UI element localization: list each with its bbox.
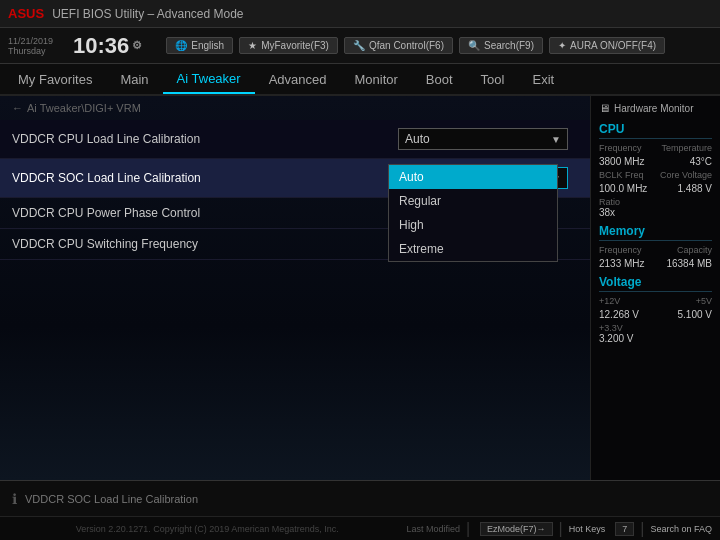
cpu-voltage-label: Core Voltage	[660, 170, 712, 180]
dropdown-arrow-icon: ▼	[551, 134, 561, 145]
cpu-voltage-value: 1.488 V	[678, 183, 712, 194]
footer-copyright: Version 2.20.1271. Copyright (C) 2019 Am…	[8, 524, 406, 534]
setting-label-vddcr-cpu-llc: VDDCR CPU Load Line Calibration	[12, 132, 398, 146]
voltage-33v-container: +3.3V 3.200 V	[599, 323, 712, 344]
voltage-12v-row: +12V +5V	[599, 296, 712, 306]
nav-bar: My Favorites Main Ai Tweaker Advanced Mo…	[0, 64, 720, 96]
dropdown-option-auto[interactable]: Auto	[389, 165, 557, 189]
left-panel: ← Ai Tweaker\DIGI+ VRM VDDCR CPU Load Li…	[0, 96, 590, 480]
hw-monitor-title: 🖥 Hardware Monitor	[599, 102, 712, 114]
main-area: ← Ai Tweaker\DIGI+ VRM VDDCR CPU Load Li…	[0, 96, 720, 480]
search-faq-text: Search on FAQ	[650, 524, 712, 534]
breadcrumb-path: Ai Tweaker\DIGI+ VRM	[27, 102, 141, 114]
search-button[interactable]: 🔍 Search(F9)	[459, 37, 543, 54]
nav-item-main[interactable]: Main	[106, 64, 162, 94]
footer-divider-2: |	[559, 520, 563, 538]
nav-item-monitor[interactable]: Monitor	[341, 64, 412, 94]
setting-control-vddcr-cpu-llc: Auto ▼	[398, 128, 578, 150]
hotkeys-key-button[interactable]: 7	[615, 522, 634, 536]
nav-item-tool[interactable]: Tool	[467, 64, 519, 94]
nav-item-exit[interactable]: Exit	[518, 64, 568, 94]
footer-right: Last Modified | EzMode(F7)→ | Hot Keys 7…	[406, 520, 712, 538]
qfan-button[interactable]: 🔧 Qfan Control(F6)	[344, 37, 453, 54]
dropdown-option-extreme[interactable]: Extreme	[389, 237, 557, 261]
info-buttons: 🌐 English ★ MyFavorite(F3) 🔧 Qfan Contro…	[166, 37, 665, 54]
setting-label-vddcr-soc-llc: VDDCR SOC Load Line Calibration	[12, 171, 398, 185]
aura-icon: ✦	[558, 40, 566, 51]
language-button[interactable]: 🌐 English	[166, 37, 233, 54]
dropdown-value: Auto	[405, 132, 430, 146]
memory-capacity-label: Capacity	[677, 245, 712, 255]
memory-frequency-value-row: 2133 MHz 16384 MB	[599, 258, 712, 269]
cpu-temperature-value: 43°C	[690, 156, 712, 167]
voltage-5v-label: +5V	[696, 296, 712, 306]
info-icon: ℹ	[12, 491, 17, 507]
breadcrumb-arrow-icon: ←	[12, 102, 23, 114]
nav-item-favorites[interactable]: My Favorites	[4, 64, 106, 94]
cpu-ratio-value: 38x	[599, 207, 712, 218]
voltage-12v-value-row: 12.268 V 5.100 V	[599, 309, 712, 320]
breadcrumb: ← Ai Tweaker\DIGI+ VRM	[0, 96, 590, 120]
footer: Version 2.20.1271. Copyright (C) 2019 Am…	[0, 516, 720, 540]
info-bar: 11/21/2019 Thursday 10:36 ⚙ 🌐 English ★ …	[0, 28, 720, 64]
hotkeys-text: Hot Keys	[569, 524, 606, 534]
myfavorite-button[interactable]: ★ MyFavorite(F3)	[239, 37, 338, 54]
nav-item-aitweaker[interactable]: Ai Tweaker	[163, 64, 255, 94]
voltage-33v-label: +3.3V	[599, 323, 712, 333]
asus-logo: ASUS	[8, 6, 44, 21]
footer-divider-3: |	[640, 520, 644, 538]
cpu-bclk-value: 100.0 MHz	[599, 183, 647, 194]
memory-section-title: Memory	[599, 224, 712, 241]
cpu-frequency-value-row: 3800 MHz 43°C	[599, 156, 712, 167]
dropdown-option-high[interactable]: High	[389, 213, 557, 237]
language-icon: 🌐	[175, 40, 187, 51]
clock-gear-icon: ⚙	[132, 39, 142, 52]
setting-row-vddcr-cpu-llc: VDDCR CPU Load Line Calibration Auto ▼	[0, 120, 590, 159]
cpu-ratio-label: Ratio	[599, 197, 712, 207]
nav-item-advanced[interactable]: Advanced	[255, 64, 341, 94]
memory-frequency-value: 2133 MHz	[599, 258, 645, 269]
dropdown-vddcr-cpu-llc[interactable]: Auto ▼	[398, 128, 568, 150]
hardware-monitor-panel: 🖥 Hardware Monitor CPU Frequency Tempera…	[590, 96, 720, 480]
cpu-section-title: CPU	[599, 122, 712, 139]
bios-title: UEFI BIOS Utility – Advanced Mode	[52, 7, 243, 21]
memory-capacity-value: 16384 MB	[666, 258, 712, 269]
datetime: 11/21/2019 Thursday	[8, 36, 53, 56]
clock: 10:36 ⚙	[73, 33, 142, 59]
cpu-temperature-label: Temperature	[661, 143, 712, 153]
fan-icon: 🔧	[353, 40, 365, 51]
voltage-12v-value: 12.268 V	[599, 309, 639, 320]
cpu-bclk-row: BCLK Freq Core Voltage	[599, 170, 712, 180]
dropdown-menu: Auto Regular High Extreme	[388, 164, 558, 262]
bottom-info-bar: ℹ VDDCR SOC Load Line Calibration	[0, 480, 720, 516]
favorite-icon: ★	[248, 40, 257, 51]
cpu-frequency-row: Frequency Temperature	[599, 143, 712, 153]
voltage-33v-value: 3.200 V	[599, 333, 712, 344]
nav-item-boot[interactable]: Boot	[412, 64, 467, 94]
cpu-frequency-value: 3800 MHz	[599, 156, 645, 167]
info-text: VDDCR SOC Load Line Calibration	[25, 493, 198, 505]
dropdown-option-regular[interactable]: Regular	[389, 189, 557, 213]
last-modified-text: Last Modified	[406, 524, 460, 534]
memory-frequency-row: Frequency Capacity	[599, 245, 712, 255]
cpu-bclk-value-row: 100.0 MHz 1.488 V	[599, 183, 712, 194]
memory-frequency-label: Frequency	[599, 245, 642, 255]
cpu-ratio-container: Ratio 38x	[599, 197, 712, 218]
search-icon: 🔍	[468, 40, 480, 51]
aura-button[interactable]: ✦ AURA ON/OFF(F4)	[549, 37, 665, 54]
cpu-frequency-label: Frequency	[599, 143, 642, 153]
voltage-12v-label: +12V	[599, 296, 620, 306]
voltage-section-title: Voltage	[599, 275, 712, 292]
top-bar: ASUS UEFI BIOS Utility – Advanced Mode	[0, 0, 720, 28]
cpu-bclk-label: BCLK Freq	[599, 170, 644, 180]
footer-divider-1: |	[466, 520, 470, 538]
monitor-icon: 🖥	[599, 102, 610, 114]
voltage-5v-value: 5.100 V	[678, 309, 712, 320]
ezmode-button[interactable]: EzMode(F7)→	[480, 522, 553, 536]
